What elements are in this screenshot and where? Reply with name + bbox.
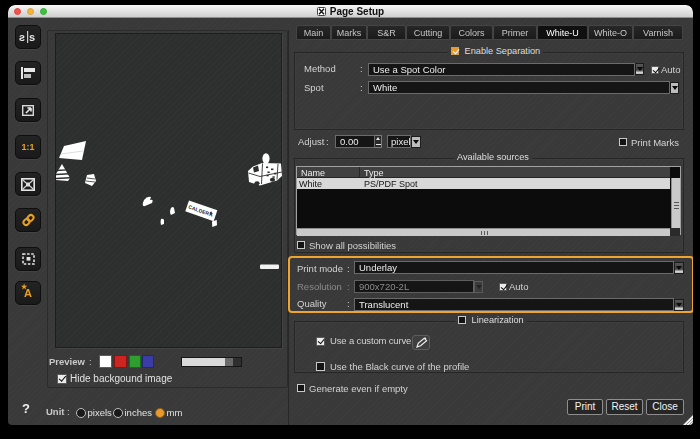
svg-text:s: s [19, 31, 25, 43]
svg-text:s: s [29, 31, 35, 43]
